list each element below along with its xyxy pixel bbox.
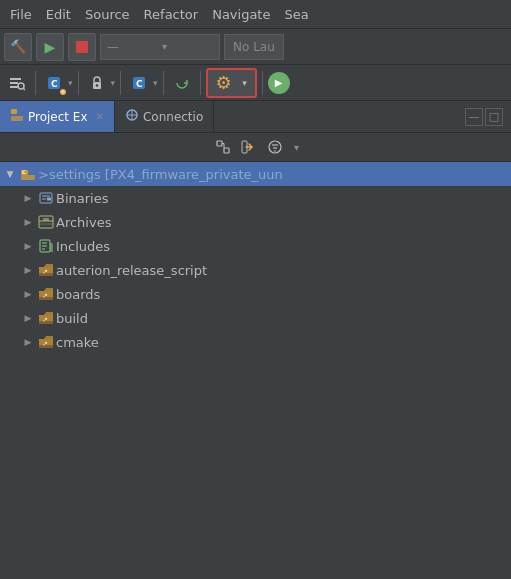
green-action-button[interactable]: ▶	[268, 72, 290, 94]
panel-maximize-btn[interactable]: □	[485, 108, 503, 126]
c-icon-arrow-icon: ▾	[153, 78, 158, 88]
tree-item-auterion[interactable]: ▶ ↗ auterion_release_script	[0, 258, 511, 282]
auterion-folder-icon: ↗	[38, 262, 54, 278]
c-icon-btn[interactable]: C	[126, 70, 152, 96]
run-config-dropdown[interactable]: — ▾	[100, 34, 220, 60]
svg-rect-11	[11, 109, 17, 114]
collapse-all-btn[interactable]	[212, 136, 234, 158]
svg-text:↗: ↗	[42, 268, 48, 276]
archives-label: Archives	[56, 215, 111, 230]
svg-text:↗: ↗	[42, 292, 48, 300]
binaries-label: Binaries	[56, 191, 108, 206]
menu-bar: File Edit Source Refactor Navigate Sea	[0, 0, 511, 28]
tree-root-item[interactable]: ▼ C >settings [PX4_firmware_private_uun	[0, 162, 511, 186]
hammer-button[interactable]: 🔨	[4, 33, 32, 61]
separator6	[262, 71, 263, 95]
refresh-btn[interactable]	[169, 70, 195, 96]
boards-arrow-icon[interactable]: ▶	[20, 286, 36, 302]
tab-project-explorer[interactable]: Project Ex ✕	[0, 101, 115, 132]
svg-text:↗: ↗	[42, 316, 48, 324]
panel-minimize-icon: —	[469, 110, 480, 123]
panel-tabs: Project Ex ✕ Connectio — □	[0, 100, 511, 132]
menu-sea[interactable]: Sea	[278, 0, 314, 28]
svg-rect-16	[217, 141, 222, 146]
tb2-btn-search[interactable]	[4, 70, 30, 96]
includes-arrow-icon[interactable]: ▶	[20, 238, 36, 254]
gear-icon: ⚙	[216, 72, 232, 93]
svg-rect-37	[50, 243, 53, 252]
auterion-arrow-icon[interactable]: ▶	[20, 262, 36, 278]
build-arrow-icon[interactable]: ▶	[20, 310, 36, 326]
cmake-folder-icon: ↗	[38, 334, 54, 350]
filter-btn[interactable]	[264, 136, 286, 158]
hammer-icon: 🔨	[10, 39, 26, 54]
run-config-value: —	[107, 40, 158, 54]
menu-navigate[interactable]: Navigate	[206, 0, 276, 28]
lock-btn[interactable]	[84, 70, 110, 96]
gear-icon-btn[interactable]: ⚙	[211, 71, 237, 95]
tree-item-boards[interactable]: ▶ ↗ boards	[0, 282, 511, 306]
tree-item-cmake[interactable]: ▶ ↗ cmake	[0, 330, 511, 354]
gear-button-highlighted[interactable]: ⚙ ▾	[206, 68, 257, 98]
stop-button[interactable]	[68, 33, 96, 61]
toolbar-row2: C + ▾ ▾ C ▾	[0, 64, 511, 100]
auterion-label: auterion_release_script	[56, 263, 207, 278]
link-with-editor-btn[interactable]	[238, 136, 260, 158]
toolbar-row1: 🔨 ▶ — ▾ No Lau	[0, 28, 511, 64]
svg-text:↗: ↗	[42, 340, 48, 348]
build-folder-icon: ↗	[38, 310, 54, 326]
includes-label: Includes	[56, 239, 110, 254]
svg-rect-26	[21, 175, 35, 180]
boards-folder-icon: ↗	[38, 286, 54, 302]
panel-tab-actions: — □	[465, 108, 511, 126]
binaries-arrow-icon[interactable]: ▶	[20, 190, 36, 206]
svg-point-8	[95, 84, 97, 86]
cmake-arrow-icon[interactable]: ▶	[20, 334, 36, 350]
root-expand-arrow-icon[interactable]: ▼	[2, 166, 18, 182]
tree-view: ▼ C >settings [PX4_firmware_private_uun …	[0, 162, 511, 354]
tree-item-binaries[interactable]: ▶ Binaries	[0, 186, 511, 210]
tab-connection[interactable]: Connectio	[115, 101, 214, 132]
c-package-dropdown[interactable]: C + ▾	[41, 70, 73, 96]
gear-dropdown-arrow[interactable]: ▾	[238, 71, 252, 95]
svg-rect-17	[224, 148, 229, 153]
svg-text:C: C	[51, 79, 58, 89]
run-button[interactable]: ▶	[36, 33, 64, 61]
dropdown-arrow-icon: ▾	[162, 41, 213, 52]
root-project-icon: C	[20, 166, 36, 182]
panel-minimize-btn[interactable]: —	[465, 108, 483, 126]
tree-item-archives[interactable]: ▶ Archives	[0, 210, 511, 234]
menu-file[interactable]: File	[4, 0, 38, 28]
separator2	[78, 71, 79, 95]
green-action-icon: ▶	[275, 77, 283, 88]
lock-arrow-icon: ▾	[111, 78, 116, 88]
separator5	[200, 71, 201, 95]
menu-refactor[interactable]: Refactor	[138, 0, 205, 28]
gear-arrow-icon: ▾	[242, 78, 247, 88]
includes-icon	[38, 238, 54, 254]
project-explorer-close-icon[interactable]: ✕	[96, 111, 104, 122]
lock-dropdown[interactable]: ▾	[84, 70, 116, 96]
connection-icon	[125, 108, 139, 125]
build-label: build	[56, 311, 88, 326]
panel-maximize-icon: □	[489, 110, 499, 123]
explorer-toolbar-arrow-icon[interactable]: ▾	[294, 142, 299, 153]
menu-source[interactable]: Source	[79, 0, 136, 28]
c-package-btn[interactable]: C +	[41, 70, 67, 96]
svg-rect-1	[10, 82, 18, 84]
svg-text:C: C	[136, 79, 143, 89]
boards-label: boards	[56, 287, 100, 302]
cmake-label: cmake	[56, 335, 99, 350]
tree-item-includes[interactable]: ▶ Includes	[0, 234, 511, 258]
svg-rect-0	[10, 78, 21, 80]
archives-icon	[38, 214, 54, 230]
c-icon-dropdown[interactable]: C ▾	[126, 70, 158, 96]
menu-edit[interactable]: Edit	[40, 0, 77, 28]
project-explorer-label: Project Ex	[28, 110, 88, 124]
archives-arrow-icon[interactable]: ▶	[20, 214, 36, 230]
c-package-arrow-icon: ▾	[68, 78, 73, 88]
svg-rect-31	[47, 198, 51, 201]
tree-item-build[interactable]: ▶ ↗ build	[0, 306, 511, 330]
svg-text:C: C	[22, 169, 26, 175]
root-project-label: >settings [PX4_firmware_private_uun	[38, 167, 283, 182]
